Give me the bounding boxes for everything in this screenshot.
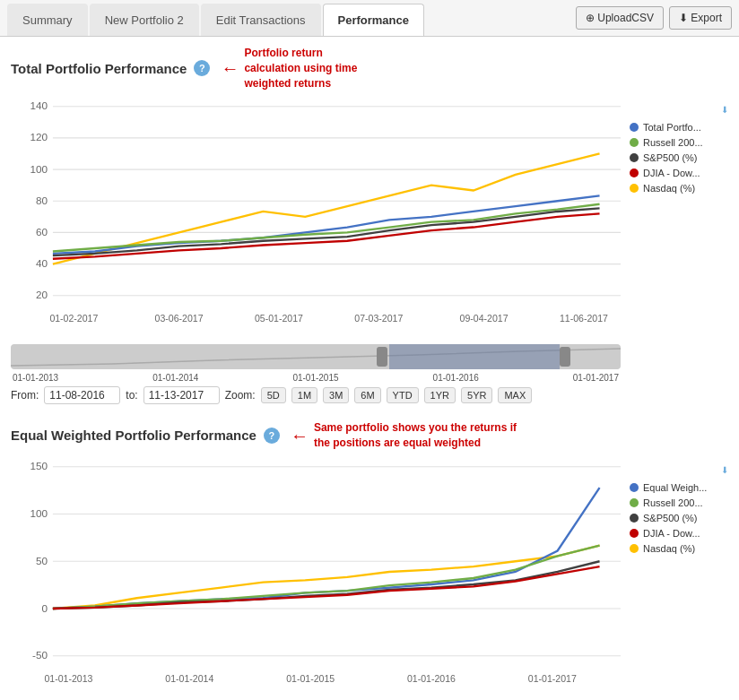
- svg-text:40: 40: [36, 257, 48, 269]
- svg-text:01-01-2017: 01-01-2017: [528, 673, 577, 684]
- to-label: to:: [126, 389, 137, 402]
- chart1-title-row: Total Portfolio Performance ? ← Portfoli…: [11, 46, 728, 91]
- svg-text:150: 150: [30, 460, 48, 471]
- chart1-controls: From: to: Zoom: 5D 1M 3M 6M YTD 1YR 5YR …: [11, 386, 621, 404]
- legend2-dot-equal: [630, 483, 639, 492]
- legend-dot-djia: [630, 169, 639, 177]
- zoom-1yr[interactable]: 1YR: [424, 387, 456, 403]
- legend-dot-sp500: [630, 153, 639, 162]
- svg-text:03-06-2017: 03-06-2017: [155, 313, 204, 324]
- upload-csv-button[interactable]: ⊕ UploadCSV: [576, 6, 664, 30]
- slider-right-handle[interactable]: [560, 347, 570, 367]
- chart1-range-slider[interactable]: [11, 344, 621, 369]
- svg-text:50: 50: [36, 554, 48, 566]
- svg-text:80: 80: [36, 194, 48, 206]
- zoom-3m[interactable]: 3M: [323, 387, 349, 403]
- legend2-dot-nasdaq: [630, 544, 639, 553]
- svg-text:01-01-2015: 01-01-2015: [286, 673, 335, 684]
- chart1-from-input[interactable]: [44, 386, 120, 404]
- chart2-wrap: 150 100 50 0 -50 01-01-2013 01-01-2014 0…: [11, 456, 621, 700]
- zoom-label: Zoom:: [225, 389, 256, 402]
- legend-dot-russell: [630, 138, 639, 147]
- main-content: Total Portfolio Performance ? ← Portfoli…: [0, 37, 739, 700]
- svg-text:01-01-2014: 01-01-2014: [165, 673, 213, 684]
- legend-item-djia: DJIA - Dow...: [630, 168, 728, 178]
- chart1-container: 140 120 100 80 60 40 20 01-02-2017 03-06…: [11, 96, 728, 404]
- chart2-title: Equal Weighted Portfolio Performance: [11, 428, 256, 443]
- chart1-arrow: ←: [221, 59, 239, 77]
- tab-bar: Summary New Portfolio 2 Edit Transaction…: [0, 0, 739, 37]
- chart1-download[interactable]: ⬇: [630, 105, 728, 115]
- tab-actions: ⊕ UploadCSV ⬇ Export: [576, 6, 732, 30]
- svg-text:01-02-2017: 01-02-2017: [49, 313, 98, 324]
- chart2-arrow: ←: [291, 427, 309, 445]
- chart1-slider-row: 01-01-2013 01-01-2014 01-01-2015 01-01-2…: [11, 344, 621, 383]
- svg-text:20: 20: [36, 290, 48, 301]
- legend-dot-total: [630, 123, 639, 132]
- chart2-legend: ⬇ Equal Weigh... Russell 200... S&P500 (…: [630, 456, 728, 558]
- zoom-5yr[interactable]: 5YR: [461, 387, 492, 403]
- legend-item-nasdaq: Nasdaq (%): [630, 183, 728, 194]
- legend-item-total-portfolio: Total Portfo...: [630, 122, 728, 133]
- legend2-dot-djia: [630, 529, 639, 538]
- legend2-dot-russell: [630, 498, 639, 507]
- tab-new-portfolio[interactable]: New Portfolio 2: [90, 4, 199, 36]
- tab-summary[interactable]: Summary: [7, 4, 88, 36]
- chart2-section: Equal Weighted Portfolio Performance ? ←…: [11, 420, 728, 700]
- chart1-to-input[interactable]: [143, 386, 220, 404]
- legend2-item-sp500: S&P500 (%): [630, 513, 728, 523]
- svg-text:01-01-2016: 01-01-2016: [407, 673, 456, 684]
- chart1-title: Total Portfolio Performance: [11, 61, 187, 76]
- svg-text:05-01-2017: 05-01-2017: [255, 313, 303, 324]
- export-button[interactable]: ⬇ Export: [669, 6, 732, 30]
- chart1-help-icon[interactable]: ?: [194, 60, 210, 76]
- svg-text:11-06-2017: 11-06-2017: [560, 313, 608, 324]
- from-label: From:: [11, 389, 39, 402]
- legend2-item-nasdaq: Nasdaq (%): [630, 543, 728, 554]
- tab-edit-transactions[interactable]: Edit Transactions: [201, 4, 321, 36]
- svg-text:60: 60: [36, 226, 48, 238]
- chart1-annotation: Portfolio returncalculation using timewe…: [244, 46, 357, 91]
- zoom-6m[interactable]: 6M: [354, 387, 380, 403]
- svg-text:140: 140: [30, 100, 48, 112]
- chart1-section: Total Portfolio Performance ? ← Portfoli…: [11, 46, 728, 404]
- zoom-5d[interactable]: 5D: [261, 387, 286, 403]
- chart2-svg: 150 100 50 0 -50 01-01-2013 01-01-2014 0…: [11, 456, 621, 700]
- chart2-title-row: Equal Weighted Portfolio Performance ? ←…: [11, 420, 728, 451]
- chart1-legend: ⬇ Total Portfo... Russell 200... S&P500 …: [630, 96, 728, 198]
- chart2-container: 150 100 50 0 -50 01-01-2013 01-01-2014 0…: [11, 456, 728, 700]
- chart1-slider-labels: 01-01-2013 01-01-2014 01-01-2015 01-01-2…: [11, 373, 621, 383]
- legend-item-russell: Russell 200...: [630, 137, 728, 148]
- legend2-dot-sp500: [630, 514, 639, 523]
- legend2-item-equal-weight: Equal Weigh...: [630, 482, 728, 493]
- legend2-item-djia: DJIA - Dow...: [630, 528, 728, 539]
- tab-performance[interactable]: Performance: [323, 4, 424, 36]
- slider-left-handle[interactable]: [377, 347, 387, 367]
- legend-dot-nasdaq: [630, 184, 639, 193]
- zoom-1m[interactable]: 1M: [291, 387, 317, 403]
- chart2-download[interactable]: ⬇: [630, 465, 728, 475]
- zoom-max[interactable]: MAX: [498, 387, 532, 403]
- chart2-annotation: Same portfolio shows you the returns ift…: [314, 420, 517, 451]
- svg-text:01-01-2013: 01-01-2013: [45, 673, 93, 684]
- chart2-help-icon[interactable]: ?: [264, 428, 280, 444]
- legend2-item-russell: Russell 200...: [630, 497, 728, 508]
- svg-text:07-03-2017: 07-03-2017: [354, 313, 403, 324]
- legend-item-sp500: S&P500 (%): [630, 152, 728, 163]
- chart1-svg: 140 120 100 80 60 40 20 01-02-2017 03-06…: [11, 96, 621, 338]
- svg-text:100: 100: [30, 163, 48, 175]
- zoom-ytd[interactable]: YTD: [387, 387, 419, 403]
- svg-text:100: 100: [30, 507, 48, 519]
- svg-text:120: 120: [30, 132, 48, 143]
- svg-text:0: 0: [42, 601, 48, 613]
- svg-text:09-04-2017: 09-04-2017: [460, 313, 509, 324]
- svg-text:-50: -50: [32, 649, 48, 661]
- chart1-wrap: 140 120 100 80 60 40 20 01-02-2017 03-06…: [11, 96, 621, 404]
- tabs: Summary New Portfolio 2 Edit Transaction…: [7, 0, 426, 36]
